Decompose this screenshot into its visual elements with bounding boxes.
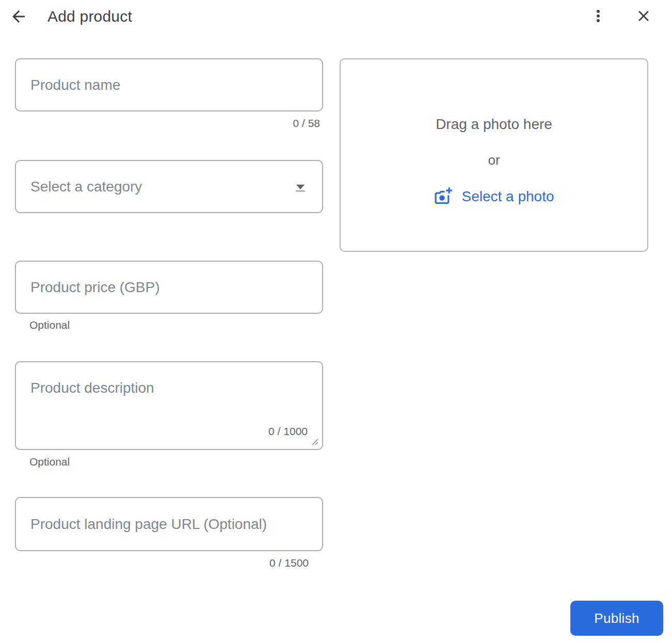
close-button[interactable] — [632, 5, 655, 27]
more-options-button[interactable] — [587, 5, 610, 27]
publish-button[interactable]: Publish — [570, 601, 663, 636]
page-title: Add product — [47, 6, 132, 27]
drag-photo-text: Drag a photo here — [436, 116, 552, 133]
publish-label: Publish — [594, 610, 639, 626]
select-photo-label: Select a photo — [461, 188, 554, 205]
back-button[interactable] — [7, 5, 30, 28]
category-select[interactable]: Select a category — [15, 160, 323, 213]
landing-url-field — [15, 497, 323, 551]
category-selected-value: Select a category — [30, 161, 142, 212]
description-counter: 0 / 1000 — [268, 425, 308, 438]
add-product-dialog: Add product 0 / 58 Select a category Opt… — [0, 0, 672, 643]
product-name-counter: 0 / 58 — [15, 117, 323, 130]
price-optional-label: Optional — [29, 319, 70, 331]
more-vert-icon — [589, 7, 607, 25]
landing-url-input[interactable] — [16, 498, 322, 550]
product-name-input[interactable] — [16, 59, 322, 110]
product-price-input[interactable] — [16, 262, 322, 313]
product-description-field: 0 / 1000 — [15, 361, 323, 450]
or-text: or — [488, 152, 500, 168]
arrow-back-icon — [9, 7, 28, 26]
resize-handle-icon[interactable] — [310, 437, 319, 446]
close-icon — [635, 7, 652, 25]
photo-dropzone[interactable]: Drag a photo here or Select a photo — [340, 58, 648, 252]
landing-url-counter: 0 / 1500 — [15, 557, 323, 569]
description-optional-label: Optional — [29, 456, 70, 468]
select-photo-button[interactable]: Select a photo — [434, 187, 554, 206]
product-price-field — [15, 261, 323, 314]
product-name-field — [15, 58, 323, 111]
arrow-drop-down-icon — [291, 178, 310, 196]
add-a-photo-icon — [434, 187, 453, 206]
